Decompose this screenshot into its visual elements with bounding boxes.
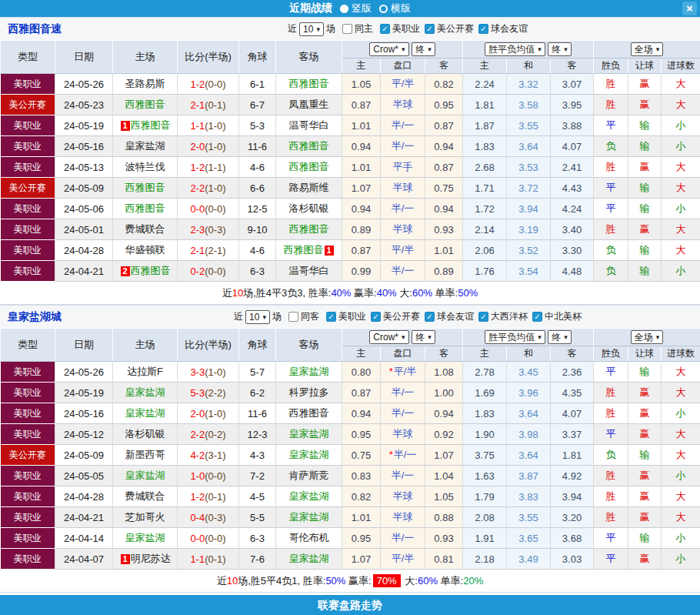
corners: 12-3 xyxy=(239,424,276,445)
radio-vertical-label: 竖版 xyxy=(352,2,372,15)
crow-away-odds: 1.05 xyxy=(425,486,463,507)
crow-home-odds: 0.89 xyxy=(342,219,381,240)
league-checkbox[interactable]: ✓美公开赛 xyxy=(371,310,420,323)
league-checkbox[interactable]: ✓中北美杯 xyxy=(532,310,582,323)
match-row: 美公开赛24-05-09新墨西哥4-2(3-1)4-3皇家盐湖0.75*半/一1… xyxy=(1,445,700,466)
away-team-name: 温哥华白 xyxy=(289,119,329,131)
league-checkbox[interactable]: ✓美职业 xyxy=(326,310,366,323)
summary-segment: 近 xyxy=(222,286,232,300)
crow-home-odds: 0.94 xyxy=(342,199,381,219)
home-team-name: 华盛顿联 xyxy=(125,244,165,256)
col-type: 类型 xyxy=(1,329,55,362)
avg-draw-odds: 3.64 xyxy=(507,136,551,157)
handicap-text: 半球 xyxy=(393,182,413,193)
home-team-name: 皇家盐湖 xyxy=(125,532,165,543)
summary-segment: 70% xyxy=(373,574,401,587)
corners: 4-6 xyxy=(239,240,276,261)
col-avg-draw: 和 xyxy=(507,346,551,362)
corners: 5-5 xyxy=(239,507,276,528)
score: 2-2(1-0) xyxy=(178,178,239,199)
corners: 6-1 xyxy=(239,74,276,95)
match-date: 24-05-05 xyxy=(55,466,113,486)
match-date: 24-04-21 xyxy=(55,261,113,282)
crow-away-odds: 0.88 xyxy=(425,507,463,528)
col-avg-home: 主 xyxy=(463,58,507,74)
avg-final-select[interactable]: 终▾ xyxy=(548,42,572,56)
corners: 6-6 xyxy=(239,178,276,199)
avg-draw-odds: 3.55 xyxy=(507,507,551,528)
avg-home-odds: 2.78 xyxy=(463,362,507,383)
odds-final-select[interactable]: 终▾ xyxy=(412,330,435,344)
score: 1-2(0-0) xyxy=(178,74,239,95)
away-team-name: 科罗拉多 xyxy=(289,386,329,398)
odds-company-select[interactable]: Crow*▾ xyxy=(369,330,408,344)
home-team: 费城联合 xyxy=(113,219,178,240)
same-venue-label: 同客 xyxy=(301,310,319,323)
col-odds-home: 主 xyxy=(342,346,381,362)
home-team: 皇家盐湖 xyxy=(113,136,178,157)
checkbox-unchecked-icon xyxy=(342,24,352,34)
league-checkbox[interactable]: ✓美职业 xyxy=(380,22,420,35)
close-icon[interactable]: × xyxy=(682,2,697,15)
league-checkbox[interactable]: ✓球会友谊 xyxy=(478,22,528,35)
chevron-down-icon: ▾ xyxy=(402,44,405,55)
result-goals: 大 xyxy=(662,507,700,528)
home-team-name: 皇家盐湖 xyxy=(125,470,165,481)
team-name: 皇家盐湖城 xyxy=(8,310,62,324)
match-row: 美公开赛24-05-09西雅图音2-2(1-0)6-6路易斯维1.07半球0.7… xyxy=(1,178,700,199)
home-team-name: 西雅图音 xyxy=(131,265,171,276)
avg-odds-select[interactable]: 胜平负均值▾ xyxy=(485,330,545,344)
chevron-down-icon: ▾ xyxy=(656,44,660,55)
chevron-down-icon: ▾ xyxy=(656,332,660,343)
col-odds-away: 客 xyxy=(425,58,463,74)
match-row: 美职业24-04-071明尼苏达1-1(0-1)7-6皇家盐湖1.07平/半0.… xyxy=(1,549,700,570)
league-checkbox[interactable]: ✓球会友谊 xyxy=(425,310,474,323)
same-venue-checkbox[interactable]: 同主 xyxy=(342,22,373,35)
result-handicap: 赢 xyxy=(628,507,662,528)
crow-away-odds: 0.95 xyxy=(425,95,463,115)
match-row: 美公开赛24-05-23西雅图音2-1(0-1)6-7凤凰重生0.87半球0.9… xyxy=(1,95,700,115)
match-row: 美职业24-05-13波特兰伐1-2(1-1)4-6西雅图音1.01平手0.87… xyxy=(1,157,700,178)
avg-away-odds: 3.30 xyxy=(551,240,594,261)
home-team-name: 皇家盐湖 xyxy=(125,140,165,152)
result-outcome: 平 xyxy=(594,115,628,136)
result-outcome: 负 xyxy=(594,240,628,261)
league-checkbox[interactable]: ✓大西洋杯 xyxy=(478,310,528,323)
summary-segment: 场,胜4平3负3, 胜率: xyxy=(243,286,331,300)
result-goals: 大 xyxy=(662,157,700,178)
crow-handicap: 半/一 xyxy=(381,261,425,282)
fulltime-select[interactable]: 全场▾ xyxy=(631,42,664,56)
result-goals: 小 xyxy=(662,261,700,282)
odds-final-select[interactable]: 终▾ xyxy=(412,42,435,56)
rank-badge: 1 xyxy=(121,121,130,131)
away-team-name: 西雅图音 xyxy=(289,140,329,152)
home-team-name: 费城联合 xyxy=(125,490,165,502)
corners: 6-2 xyxy=(239,383,276,403)
radio-horizontal-layout[interactable]: 横版 xyxy=(379,2,411,15)
avg-draw-odds: 3.64 xyxy=(507,445,551,466)
crow-handicap: 半球 xyxy=(381,219,425,240)
summary-segment: 60% xyxy=(412,287,432,299)
summary-line: 近10场,胜4平3负3, 胜率:40% 赢率:40% 大:60% 单率:50% xyxy=(0,282,700,305)
avg-home-odds: 1.79 xyxy=(463,486,507,507)
team-section: 皇家盐湖城 近 10 ▾ 场 同客 ✓美职业✓美公开赛✓球会友谊✓大西洋杯✓中北… xyxy=(0,305,700,593)
league-checkbox[interactable]: ✓美公开赛 xyxy=(425,22,474,35)
result-goals: 大 xyxy=(662,95,700,115)
crow-away-odds: 0.87 xyxy=(425,115,463,136)
corners: 5-3 xyxy=(239,115,276,136)
corners: 6-3 xyxy=(239,528,276,549)
match-count-select[interactable]: 10 ▾ xyxy=(299,22,324,36)
league-checkbox-label: 美职业 xyxy=(338,310,366,323)
corners: 6-3 xyxy=(239,261,276,282)
away-team-name: 哥伦布机 xyxy=(289,532,329,543)
match-count-select[interactable]: 10 ▾ xyxy=(245,310,270,324)
odds-company-select[interactable]: Crow*▾ xyxy=(369,42,408,56)
same-venue-checkbox[interactable]: 同客 xyxy=(288,310,319,323)
radio-vertical-layout[interactable]: 竖版 xyxy=(340,2,372,15)
avg-odds-select[interactable]: 胜平负均值▾ xyxy=(485,42,545,56)
league-checkbox-label: 美职业 xyxy=(392,22,420,35)
fulltime-select[interactable]: 全场▾ xyxy=(631,330,664,344)
avg-final-select[interactable]: 终▾ xyxy=(548,330,572,344)
handicap-text: 半/一 xyxy=(392,470,415,481)
avg-away-odds: 3.37 xyxy=(551,424,594,445)
